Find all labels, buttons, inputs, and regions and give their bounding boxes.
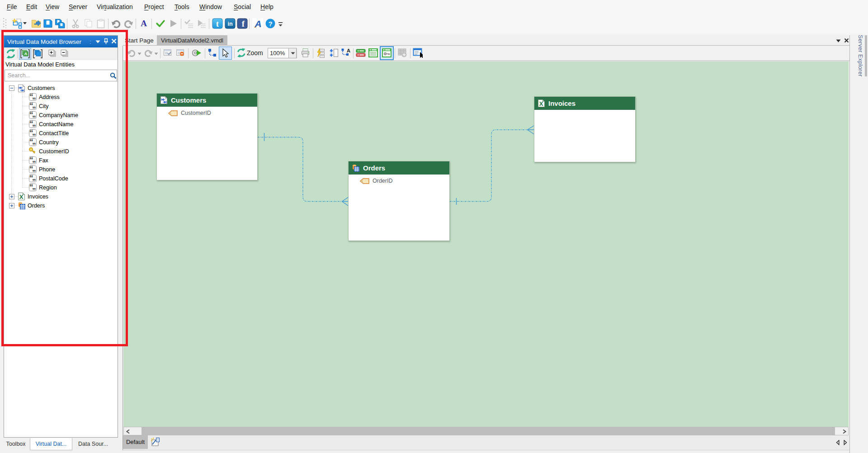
svg-text:in: in [227,21,232,27]
svg-text:?: ? [268,20,272,28]
svg-text:A: A [347,48,350,53]
svg-text:t: t [216,19,219,28]
svg-text:f: f [242,19,245,28]
svg-text:A: A [254,19,261,29]
